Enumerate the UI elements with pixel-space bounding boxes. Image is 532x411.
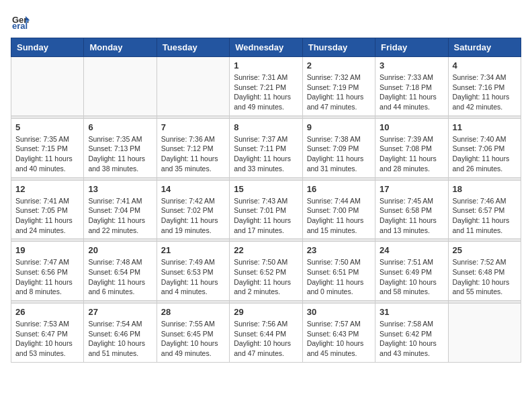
day-number: 14: [161, 184, 225, 194]
calendar-cell: 8Sunrise: 7:37 AMSunset: 7:11 PMDaylight…: [230, 118, 302, 177]
day-number: 24: [380, 245, 443, 255]
calendar-cell: 2Sunrise: 7:32 AMSunset: 7:19 PMDaylight…: [302, 57, 375, 116]
day-info: Sunrise: 7:55 AMSunset: 6:45 PMDaylight:…: [161, 319, 225, 359]
calendar-cell: 27Sunrise: 7:54 AMSunset: 6:46 PMDayligh…: [84, 304, 157, 363]
calendar-cell: 20Sunrise: 7:48 AMSunset: 6:54 PMDayligh…: [84, 242, 157, 301]
calendar-cell: 28Sunrise: 7:55 AMSunset: 6:45 PMDayligh…: [157, 304, 229, 363]
calendar-header-row: SundayMondayTuesdayWednesdayThursdayFrid…: [11, 38, 521, 57]
day-number: 2: [307, 60, 371, 71]
calendar-cell: 5Sunrise: 7:35 AMSunset: 7:15 PMDaylight…: [11, 118, 84, 177]
calendar-cell: 22Sunrise: 7:50 AMSunset: 6:52 PMDayligh…: [230, 242, 302, 301]
calendar-cell: 21Sunrise: 7:49 AMSunset: 6:53 PMDayligh…: [157, 242, 229, 301]
day-number: 17: [380, 184, 443, 194]
calendar-cell: 10Sunrise: 7:39 AMSunset: 7:08 PMDayligh…: [375, 118, 448, 177]
day-info: Sunrise: 7:54 AMSunset: 6:46 PMDaylight:…: [88, 319, 152, 359]
page-header: Gen eral: [11, 11, 521, 30]
calendar-week-row: 26Sunrise: 7:53 AMSunset: 6:47 PMDayligh…: [11, 304, 521, 363]
day-number: 9: [307, 122, 371, 132]
calendar-cell: 6Sunrise: 7:35 AMSunset: 7:13 PMDaylight…: [84, 118, 157, 177]
day-info: Sunrise: 7:50 AMSunset: 6:52 PMDaylight:…: [234, 257, 298, 297]
day-info: Sunrise: 7:49 AMSunset: 6:53 PMDaylight:…: [161, 257, 225, 297]
day-number: 30: [307, 307, 371, 317]
day-info: Sunrise: 7:58 AMSunset: 6:42 PMDaylight:…: [380, 319, 443, 359]
calendar-cell: 19Sunrise: 7:47 AMSunset: 6:56 PMDayligh…: [11, 242, 84, 301]
day-info: Sunrise: 7:52 AMSunset: 6:48 PMDaylight:…: [453, 257, 517, 297]
day-info: Sunrise: 7:56 AMSunset: 6:44 PMDaylight:…: [234, 319, 298, 359]
calendar-cell: 12Sunrise: 7:41 AMSunset: 7:05 PMDayligh…: [11, 180, 84, 239]
calendar-cell: [448, 304, 521, 363]
day-info: Sunrise: 7:40 AMSunset: 7:06 PMDaylight:…: [453, 134, 517, 174]
calendar-cell: 23Sunrise: 7:50 AMSunset: 6:51 PMDayligh…: [302, 242, 375, 301]
day-info: Sunrise: 7:46 AMSunset: 6:57 PMDaylight:…: [453, 196, 517, 236]
day-info: Sunrise: 7:35 AMSunset: 7:13 PMDaylight:…: [88, 134, 152, 174]
day-info: Sunrise: 7:44 AMSunset: 7:00 PMDaylight:…: [307, 196, 371, 236]
svg-text:eral: eral: [12, 21, 28, 30]
calendar-cell: 29Sunrise: 7:56 AMSunset: 6:44 PMDayligh…: [230, 304, 302, 363]
day-number: 5: [15, 122, 79, 132]
calendar-cell: 25Sunrise: 7:52 AMSunset: 6:48 PMDayligh…: [448, 242, 521, 301]
day-number: 22: [234, 245, 298, 255]
day-number: 7: [161, 122, 225, 132]
day-info: Sunrise: 7:45 AMSunset: 6:58 PMDaylight:…: [380, 196, 443, 236]
day-info: Sunrise: 7:39 AMSunset: 7:08 PMDaylight:…: [380, 134, 443, 174]
calendar-cell: 31Sunrise: 7:58 AMSunset: 6:42 PMDayligh…: [375, 304, 448, 363]
calendar-cell: 1Sunrise: 7:31 AMSunset: 7:21 PMDaylight…: [230, 57, 302, 116]
day-info: Sunrise: 7:34 AMSunset: 7:16 PMDaylight:…: [453, 73, 517, 112]
day-info: Sunrise: 7:43 AMSunset: 7:01 PMDaylight:…: [234, 196, 298, 236]
calendar-week-row: 12Sunrise: 7:41 AMSunset: 7:05 PMDayligh…: [11, 180, 521, 239]
calendar-cell: 3Sunrise: 7:33 AMSunset: 7:18 PMDaylight…: [375, 57, 448, 116]
day-info: Sunrise: 7:35 AMSunset: 7:15 PMDaylight:…: [15, 134, 79, 174]
day-number: 11: [453, 122, 517, 132]
weekday-header-tuesday: Tuesday: [157, 38, 229, 57]
day-info: Sunrise: 7:57 AMSunset: 6:43 PMDaylight:…: [307, 319, 371, 359]
calendar-cell: 7Sunrise: 7:36 AMSunset: 7:12 PMDaylight…: [157, 118, 229, 177]
day-number: 28: [161, 307, 225, 317]
day-info: Sunrise: 7:31 AMSunset: 7:21 PMDaylight:…: [234, 73, 298, 112]
calendar-cell: 24Sunrise: 7:51 AMSunset: 6:49 PMDayligh…: [375, 242, 448, 301]
weekday-header-sunday: Sunday: [11, 38, 84, 57]
day-info: Sunrise: 7:50 AMSunset: 6:51 PMDaylight:…: [307, 257, 371, 297]
day-number: 27: [88, 307, 152, 317]
day-info: Sunrise: 7:32 AMSunset: 7:19 PMDaylight:…: [307, 73, 371, 112]
calendar-table: SundayMondayTuesdayWednesdayThursdayFrid…: [11, 38, 521, 363]
calendar-week-row: 5Sunrise: 7:35 AMSunset: 7:15 PMDaylight…: [11, 118, 521, 177]
calendar-cell: 13Sunrise: 7:41 AMSunset: 7:04 PMDayligh…: [84, 180, 157, 239]
calendar-cell: 11Sunrise: 7:40 AMSunset: 7:06 PMDayligh…: [448, 118, 521, 177]
weekday-header-saturday: Saturday: [448, 38, 521, 57]
day-info: Sunrise: 7:47 AMSunset: 6:56 PMDaylight:…: [15, 257, 79, 297]
calendar-cell: 26Sunrise: 7:53 AMSunset: 6:47 PMDayligh…: [11, 304, 84, 363]
day-info: Sunrise: 7:42 AMSunset: 7:02 PMDaylight:…: [161, 196, 225, 236]
day-number: 12: [15, 184, 79, 194]
day-number: 1: [234, 60, 298, 71]
calendar-cell: [84, 57, 157, 116]
day-number: 31: [380, 307, 443, 317]
day-info: Sunrise: 7:36 AMSunset: 7:12 PMDaylight:…: [161, 134, 225, 174]
calendar-cell: 9Sunrise: 7:38 AMSunset: 7:09 PMDaylight…: [302, 118, 375, 177]
weekday-header-thursday: Thursday: [302, 38, 375, 57]
day-number: 3: [380, 60, 443, 71]
day-number: 10: [380, 122, 443, 132]
day-number: 15: [234, 184, 298, 194]
logo: Gen eral: [11, 11, 32, 30]
day-number: 8: [234, 122, 298, 132]
calendar-cell: 4Sunrise: 7:34 AMSunset: 7:16 PMDaylight…: [448, 57, 521, 116]
calendar-cell: 18Sunrise: 7:46 AMSunset: 6:57 PMDayligh…: [448, 180, 521, 239]
day-info: Sunrise: 7:33 AMSunset: 7:18 PMDaylight:…: [380, 73, 443, 112]
day-number: 25: [453, 245, 517, 255]
calendar-cell: 17Sunrise: 7:45 AMSunset: 6:58 PMDayligh…: [375, 180, 448, 239]
calendar-cell: [11, 57, 84, 116]
day-number: 29: [234, 307, 298, 317]
day-number: 13: [88, 184, 152, 194]
calendar-cell: 14Sunrise: 7:42 AMSunset: 7:02 PMDayligh…: [157, 180, 229, 239]
calendar-cell: 16Sunrise: 7:44 AMSunset: 7:00 PMDayligh…: [302, 180, 375, 239]
day-info: Sunrise: 7:41 AMSunset: 7:05 PMDaylight:…: [15, 196, 79, 236]
weekday-header-monday: Monday: [84, 38, 157, 57]
day-number: 26: [15, 307, 79, 317]
calendar-cell: 15Sunrise: 7:43 AMSunset: 7:01 PMDayligh…: [230, 180, 302, 239]
day-number: 4: [453, 60, 517, 71]
calendar-week-row: 19Sunrise: 7:47 AMSunset: 6:56 PMDayligh…: [11, 242, 521, 301]
weekday-header-wednesday: Wednesday: [230, 38, 302, 57]
day-number: 23: [307, 245, 371, 255]
calendar-cell: 30Sunrise: 7:57 AMSunset: 6:43 PMDayligh…: [302, 304, 375, 363]
day-number: 20: [88, 245, 152, 255]
